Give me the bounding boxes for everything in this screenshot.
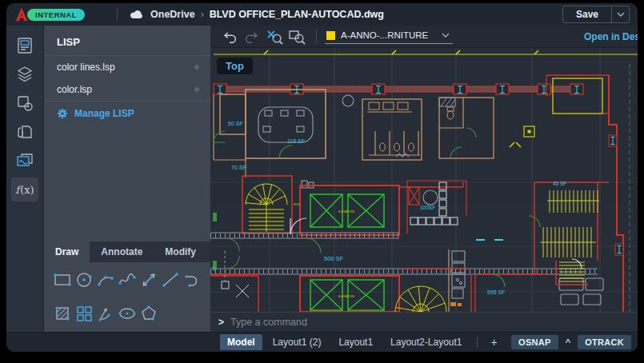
plan-label: ELEC [294, 203, 301, 206]
breadcrumb: OneDrive › BLVD OFFICE_PLAN-AUTOCAD.dwg [129, 9, 384, 20]
divider [316, 30, 317, 44]
save-button[interactable]: Save [563, 6, 611, 22]
lisp-item[interactable]: color lines.lsp [44, 56, 210, 78]
add-layout-button[interactable]: + [486, 336, 502, 349]
plan-label: 500 SF [324, 255, 344, 262]
manage-lisp-label: Manage LISP [74, 108, 134, 119]
lisp-item-label: color.lsp [57, 84, 194, 95]
drawing-viewport[interactable]: 50 SF118 SF70 SF45 SF100SF500 SF595 SFEL… [210, 48, 638, 312]
chevron-down-icon [442, 32, 450, 38]
attachments-icon [15, 122, 34, 142]
palette-tabs: Draw Annotate Modify [44, 241, 210, 262]
arc-tool[interactable] [95, 269, 116, 290]
plan-label: ELEVATORS [338, 210, 355, 213]
lisp-icon: f(x) [15, 184, 34, 196]
layers-icon [15, 65, 34, 84]
canvas-toolbar: A-ANNO-...RNITURE Open in Des [210, 26, 638, 48]
layer-dropdown-label: A-ANNO-...RNITURE [341, 30, 436, 40]
lisp-item[interactable]: color.lsp [44, 78, 210, 101]
tab-draw[interactable]: Draw [44, 241, 90, 262]
open-in-desktop-link[interactable]: Open in Des [584, 31, 638, 42]
lisp-item-indicator [194, 87, 199, 92]
plan-label: 50 SF [228, 121, 243, 126]
properties-icon [15, 36, 34, 55]
polyline-arc-tool[interactable] [182, 269, 202, 290]
plan-label: 70 SF [231, 165, 246, 170]
attachments-panel-button[interactable] [11, 120, 38, 144]
views-panel-button[interactable] [11, 149, 38, 173]
tab-layout1[interactable]: Layout1 [331, 334, 380, 350]
lisp-panel: LISP color lines.lsp color.lsp [44, 26, 210, 332]
command-bar: > [210, 312, 638, 332]
command-prompt: > [218, 317, 224, 328]
redo-button[interactable] [241, 27, 263, 46]
circle-tool[interactable] [74, 269, 94, 290]
draw-tools [44, 262, 210, 332]
insert-block-tool[interactable] [74, 303, 94, 324]
save-split-button: Save [562, 6, 630, 23]
properties-panel-button[interactable] [11, 34, 38, 58]
zoom-window-button[interactable] [286, 27, 308, 46]
otrack-button[interactable]: OTRACK [578, 335, 631, 349]
plan-label: ELEVATORS [338, 295, 355, 298]
views-icon [15, 151, 34, 170]
divider [477, 337, 478, 348]
tab-layout2-layout1[interactable]: Layout2-Layout1 [383, 334, 469, 350]
lisp-item-label: color lines.lsp [57, 62, 194, 73]
top-bar: INTERNAL OneDrive › BLVD OFFICE_PLAN-AUT… [6, 3, 638, 26]
blocks-panel-button[interactable] [11, 91, 38, 115]
breadcrumb-root[interactable]: OneDrive [150, 9, 195, 20]
save-menu-button[interactable] [611, 6, 629, 22]
zoom-to-object-button[interactable] [263, 27, 286, 46]
layer-color-swatch [326, 31, 335, 40]
plan-label: 45 SF [553, 181, 566, 186]
command-input[interactable] [230, 317, 630, 328]
cloud-icon [129, 9, 145, 20]
app-window: INTERNAL OneDrive › BLVD OFFICE_PLAN-AUT… [6, 3, 638, 352]
zoom-object-icon [265, 27, 284, 46]
tab-model[interactable]: Model [220, 334, 262, 350]
breadcrumb-separator: › [201, 9, 204, 20]
osnap-options-button[interactable]: ^ [562, 337, 574, 347]
file-name: BLVD OFFICE_PLAN-AUTOCAD.dwg [210, 9, 384, 20]
lisp-panel-button[interactable]: f(x) [11, 178, 38, 201]
rectangle-tool[interactable] [52, 269, 73, 290]
undo-icon [221, 28, 238, 46]
layers-panel-button[interactable] [11, 62, 38, 86]
screen: INTERNAL OneDrive › BLVD OFFICE_PLAN-AUT… [0, 0, 644, 363]
redo-icon [243, 28, 261, 46]
zoom-window-icon [287, 27, 306, 46]
chevron-down-icon [617, 11, 625, 18]
lisp-panel-title: LISP [44, 26, 210, 55]
layer-dropdown[interactable]: A-ANNO-...RNITURE [325, 29, 453, 44]
tab-layout1-2[interactable]: Layout1 (2) [266, 334, 329, 350]
undo-button[interactable] [218, 27, 241, 46]
manage-lisp-button[interactable]: Manage LISP [44, 102, 210, 126]
main-area: f(x) LISP color lines.lsp color.lsp [6, 26, 638, 332]
left-icon-strip: f(x) [6, 26, 44, 332]
polygon-tool[interactable] [138, 303, 159, 324]
canvas-column: A-ANNO-...RNITURE Open in Des [210, 26, 638, 332]
divider [117, 8, 118, 21]
tab-annotate[interactable]: Annotate [90, 241, 154, 262]
line-tool[interactable] [160, 269, 181, 290]
gear-icon [57, 108, 68, 119]
lisp-item-indicator [194, 65, 199, 70]
dimension-tool[interactable] [95, 303, 116, 324]
osnap-button[interactable]: OSNAP [511, 335, 558, 349]
layout-tab-bar: Model Layout1 (2) Layout1 Layout2-Layout… [6, 332, 638, 352]
plan-label: Y [212, 265, 217, 273]
hatch-tool[interactable] [52, 303, 73, 324]
plan-label: 595 SF [487, 289, 506, 295]
plan-label: 118 SF [287, 138, 305, 144]
blocks-icon [15, 94, 34, 113]
floor-plan: 50 SF118 SF70 SF45 SF100SF500 SF595 SFEL… [210, 48, 638, 312]
ellipse-tool[interactable] [117, 303, 138, 324]
plan-label: 100SF [420, 205, 435, 210]
view-cube[interactable]: Top [217, 58, 253, 74]
spline-tool[interactable] [117, 269, 138, 290]
measure-tool[interactable] [138, 269, 159, 290]
tab-modify[interactable]: Modify [154, 241, 207, 262]
internal-badge: INTERNAL [27, 9, 85, 21]
